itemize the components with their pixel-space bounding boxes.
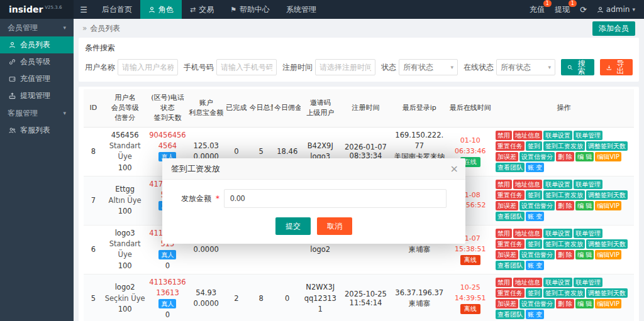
cell-account: 54.930.0000 [188,274,224,321]
nav-role-label: 角色 [158,4,174,15]
status-select[interactable]: 所有状态 ▾ [399,59,458,75]
op-set-credit-button[interactable]: 设置信誉分 [519,201,555,210]
sidebar-item-member-level[interactable]: 会员等级 [0,53,74,70]
recharge-link[interactable]: 充值 1 [530,4,545,15]
sidebar-group-label: 客服管理 [8,108,38,119]
cell-invite: N2WX3Jqq123131 [301,274,340,321]
sidebar-item-member-list[interactable]: 会员列表 [0,36,74,53]
op-order-manage-button[interactable]: 联单管理 [574,278,602,287]
submit-button[interactable]: 提交 [275,217,311,235]
op-view-team-button[interactable]: 查看团队 [496,212,525,221]
amount-input[interactable] [224,189,447,208]
op-edit-vip-button[interactable]: 编辑VIP [595,250,621,259]
refresh-icon[interactable]: ⟳ [580,5,587,14]
op-order-settings-button[interactable]: 联单设置 [543,278,572,287]
op-address-info-button[interactable]: 地址信息 [513,278,542,287]
op-disable-button[interactable]: 禁用 [496,180,512,189]
op-sign-salary-button[interactable]: 签到工资发放 [543,190,585,200]
sidebar-group-member-management[interactable]: 会员管理 ▾ [0,19,74,36]
op-sign-salary-button[interactable]: 签到工资发放 [543,239,585,249]
menu-toggle-icon[interactable]: ☰ [74,0,94,19]
op-order-manage-button[interactable]: 联单管理 [574,229,602,238]
op-sign-in-button[interactable]: 签到 [526,190,542,200]
phone-input[interactable] [216,59,277,75]
op-sign-in-button[interactable]: 签到 [526,239,542,249]
cancel-button[interactable]: 取消 [317,217,352,235]
register-time-input[interactable] [315,59,375,75]
op-add-error-button[interactable]: 加误差 [496,152,518,161]
op-reset-task-button[interactable]: 重置任务 [496,288,525,298]
op-edit-vip-button[interactable]: 编辑VIP [595,201,621,210]
sidebar-item-service-list[interactable]: 客服列表 [0,122,74,139]
op-order-settings-button[interactable]: 联单设置 [543,229,572,238]
op-account-change-button[interactable]: 账 变 [526,163,544,172]
op-adjust-sign-days-button[interactable]: 调整签到天数 [586,288,628,298]
op-edit-button[interactable]: 编 辑 [575,152,594,161]
op-view-team-button[interactable]: 查看团队 [496,310,525,319]
op-set-credit-button[interactable]: 设置信誉分 [519,250,555,259]
op-address-info-button[interactable]: 地址信息 [513,131,542,140]
sidebar-group-service-management[interactable]: 客服管理 ▾ [0,104,74,122]
op-order-manage-button[interactable]: 联单管理 [574,180,602,189]
op-order-settings-button[interactable]: 联单设置 [543,131,572,140]
op-edit-button[interactable]: 编 辑 [575,250,594,259]
cell-today-commission: 0 [274,274,301,321]
op-edit-button[interactable]: 编 辑 [575,201,594,210]
op-disable-button[interactable]: 禁用 [496,131,512,140]
user-menu-label: admin [606,5,630,14]
cell-operations: 禁用地址信息联单设置联单管理重置任务签到签到工资发放调整签到天数加误差设置信誉分… [494,127,634,176]
column-header-invite: 邀请码上级用户 [301,89,340,127]
op-account-change-button[interactable]: 账 变 [526,212,544,221]
op-add-error-button[interactable]: 加误差 [496,201,518,210]
op-reset-task-button[interactable]: 重置任务 [496,190,525,200]
withdraw-link[interactable]: 提现 1 [555,4,570,15]
op-delete-button[interactable]: 删 除 [556,152,574,161]
nav-help-center[interactable]: ⚑ 帮助中心 [222,0,278,19]
nav-home[interactable]: 后台首页 [94,0,140,19]
op-delete-button[interactable]: 删 除 [556,250,574,259]
op-sign-in-button[interactable]: 签到 [526,288,542,298]
op-sign-salary-button[interactable]: 签到工资发放 [543,288,585,298]
sidebar-item-withdraw-management[interactable]: 提现管理 [0,87,74,104]
op-account-change-button[interactable]: 账 变 [526,310,544,319]
op-account-change-button[interactable]: 账 变 [526,261,544,270]
username-input[interactable] [118,59,178,75]
user-menu[interactable]: admin ▾ [597,5,635,14]
op-reset-task-button[interactable]: 重置任务 [496,141,525,151]
op-order-settings-button[interactable]: 联单设置 [543,180,572,189]
op-delete-button[interactable]: 删 除 [556,201,574,210]
op-view-team-button[interactable]: 查看团队 [496,261,525,270]
amount-label: 发放金额 [181,193,211,204]
search-button[interactable]: 搜索 [561,59,594,75]
add-member-button[interactable]: 添加会员 [592,21,635,36]
op-adjust-sign-days-button[interactable]: 调整签到天数 [586,141,628,151]
op-order-manage-button[interactable]: 联单管理 [574,131,602,140]
op-edit-vip-button[interactable]: 编辑VIP [595,299,621,308]
online-status-select[interactable]: 所有状态 ▾ [496,59,555,75]
op-set-credit-button[interactable]: 设置信誉分 [519,299,555,308]
op-disable-button[interactable]: 禁用 [496,229,512,238]
op-reset-task-button[interactable]: 重置任务 [496,239,525,249]
op-edit-button[interactable]: 编 辑 [575,299,594,308]
op-edit-vip-button[interactable]: 编辑VIP [595,152,621,161]
op-delete-button[interactable]: 删 除 [556,299,574,308]
op-address-info-button[interactable]: 地址信息 [513,229,542,238]
column-header-today-commission: 今日佣金 [274,89,301,127]
op-view-team-button[interactable]: 查看团队 [496,163,525,172]
op-adjust-sign-days-button[interactable]: 调整签到天数 [586,190,628,200]
close-icon[interactable]: × [450,158,458,180]
export-button[interactable]: 导出 [600,59,633,75]
op-sign-in-button[interactable]: 签到 [526,141,542,151]
op-address-info-button[interactable]: 地址信息 [513,180,542,189]
op-add-error-button[interactable]: 加误差 [496,299,518,308]
link-icon [9,58,16,65]
op-adjust-sign-days-button[interactable]: 调整签到天数 [586,239,628,249]
op-add-error-button[interactable]: 加误差 [496,250,518,259]
op-disable-button[interactable]: 禁用 [496,278,512,287]
nav-role[interactable]: 角色 [140,0,182,19]
op-set-credit-button[interactable]: 设置信誉分 [519,152,555,161]
sidebar-item-recharge-management[interactable]: 充值管理 [0,70,74,87]
nav-system[interactable]: 系统管理 [278,0,325,19]
op-sign-salary-button[interactable]: 签到工资发放 [543,141,585,151]
nav-trade[interactable]: ⇄ 交易 [182,0,222,19]
